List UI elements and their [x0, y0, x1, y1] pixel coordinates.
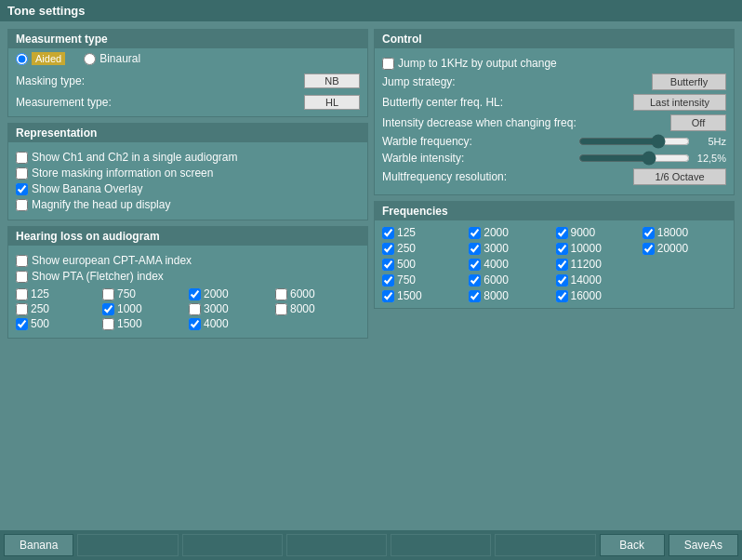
banana-button[interactable]: Banana — [4, 534, 73, 556]
freq-check-500[interactable] — [382, 259, 394, 271]
freq-check-125[interactable] — [382, 227, 394, 239]
freq-18000[interactable]: 18000 — [643, 226, 726, 239]
binaural-radio[interactable] — [84, 53, 96, 65]
saveas-button[interactable]: SaveAs — [669, 534, 738, 556]
freq-check-750[interactable] — [382, 274, 394, 287]
rep-label-2: Show Banana Overlay — [32, 182, 142, 195]
jump-strategy-value[interactable]: Butterfly — [652, 73, 726, 90]
freq-1500[interactable]: 1500 — [382, 289, 466, 302]
freq-500[interactable]: 500 — [382, 258, 466, 271]
hl-freq-250[interactable]: 250 — [16, 302, 100, 315]
freq-check-8000[interactable] — [469, 290, 481, 302]
hl-check-3000[interactable] — [189, 303, 201, 315]
hl-check-8000[interactable] — [275, 303, 287, 315]
hl-check-250[interactable] — [16, 303, 28, 315]
freq-check-9000[interactable] — [556, 227, 568, 239]
freq-10000[interactable]: 10000 — [556, 242, 640, 255]
hl-check-1500[interactable] — [102, 318, 114, 330]
hl-freq-4000[interactable]: 4000 — [189, 317, 273, 330]
freq-9000[interactable]: 9000 — [556, 226, 640, 239]
aided-label: Aided — [32, 52, 65, 65]
hl-freq-1000[interactable]: 1000 — [102, 302, 187, 315]
hl-freq-500[interactable]: 500 — [16, 317, 100, 330]
freq-check-18000[interactable] — [643, 227, 655, 239]
rep-check-1[interactable] — [16, 167, 28, 180]
rep-item-1[interactable]: Store masking information on screen — [16, 167, 360, 180]
warble-freq-slider[interactable] — [578, 136, 690, 147]
back-button[interactable]: Back — [600, 534, 665, 556]
jump-check[interactable] — [382, 58, 394, 70]
butterfly-value[interactable]: Last intensity — [633, 94, 726, 111]
multfreq-value[interactable]: 1/6 Octave — [633, 168, 726, 185]
masking-type-value[interactable]: NB — [304, 73, 360, 88]
freq-4000[interactable]: 4000 — [469, 258, 552, 271]
hl-freq-1500[interactable]: 1500 — [102, 317, 187, 330]
hl-freq-3000[interactable]: 3000 — [189, 302, 273, 315]
freq-250[interactable]: 250 — [382, 242, 466, 255]
freq-check-16000[interactable] — [556, 290, 568, 302]
spacer-4 — [391, 534, 491, 556]
hl-check-1000[interactable] — [102, 303, 114, 315]
hl-check-2000[interactable] — [189, 288, 201, 300]
freq-check-250[interactable] — [382, 243, 394, 255]
measurement-type-field-value[interactable]: HL — [304, 95, 360, 110]
hl-check-750[interactable] — [102, 288, 114, 300]
rep-label-0: Show Ch1 and Ch2 in a single audiogram — [32, 151, 237, 164]
freq-2000[interactable]: 2000 — [469, 226, 552, 239]
freq-8000[interactable]: 8000 — [469, 289, 552, 302]
show-european-row[interactable]: Show european CPT-AMA index — [16, 254, 360, 267]
freq-6000[interactable]: 6000 — [469, 273, 552, 287]
spacer-1 — [77, 534, 178, 556]
binaural-radio-label[interactable]: Binaural — [84, 52, 140, 65]
freq-11200[interactable]: 11200 — [556, 258, 640, 271]
aided-radio[interactable] — [16, 53, 28, 65]
frequencies-grid: 125 2000 9000 18000 250 3000 10000 20000… — [375, 220, 734, 308]
freq-check-14000[interactable] — [556, 274, 568, 287]
show-pta-row[interactable]: Show PTA (Fletcher) index — [16, 270, 360, 283]
rep-check-2[interactable] — [16, 183, 28, 195]
rep-item-3[interactable]: Magnify the head up display — [16, 198, 360, 211]
freq-16000[interactable]: 16000 — [556, 289, 640, 302]
freq-check-6000[interactable] — [469, 274, 481, 287]
hl-freq-2000[interactable]: 2000 — [189, 287, 273, 300]
show-european-check[interactable] — [16, 255, 28, 267]
freq-check-4000[interactable] — [469, 259, 481, 271]
aided-radio-label[interactable]: Aided — [16, 52, 65, 65]
freq-check-2000[interactable] — [469, 227, 481, 239]
control-body: Jump to 1KHz by output change Jump strat… — [375, 48, 734, 194]
freq-check-1500[interactable] — [382, 290, 394, 302]
butterfly-label: Butterfly center freq. HL: — [382, 96, 503, 109]
freq-20000[interactable]: 20000 — [643, 242, 726, 255]
freq-check-3000[interactable] — [469, 243, 481, 255]
intensity-value[interactable]: Off — [670, 114, 726, 131]
freq-3000[interactable]: 3000 — [469, 242, 552, 255]
intensity-label: Intensity decrease when changing freq: — [382, 116, 576, 129]
freq-14000[interactable]: 14000 — [556, 273, 640, 287]
hl-freq-6000[interactable]: 6000 — [275, 287, 360, 300]
hl-check-500[interactable] — [16, 318, 28, 330]
freq-check-10000[interactable] — [556, 243, 568, 255]
freq-750[interactable]: 750 — [382, 273, 466, 287]
hl-check-4000[interactable] — [189, 318, 201, 330]
warble-intensity-slider[interactable] — [578, 153, 690, 164]
jump-row[interactable]: Jump to 1KHz by output change — [382, 57, 726, 70]
freq-check-11200[interactable] — [556, 259, 568, 271]
hl-freq-125[interactable]: 125 — [16, 287, 100, 300]
show-pta-check[interactable] — [16, 271, 28, 283]
hl-check-125[interactable] — [16, 288, 28, 300]
right-panel: Control Jump to 1KHz by output change Ju… — [374, 29, 735, 523]
butterfly-row: Butterfly center freq. HL: Last intensit… — [382, 94, 726, 111]
hl-freq-750[interactable]: 750 — [102, 287, 187, 300]
frequencies-section: Frequencies 125 2000 9000 18000 250 3000… — [374, 201, 735, 309]
hl-freq-8000[interactable]: 8000 — [275, 302, 360, 315]
rep-item-2[interactable]: Show Banana Overlay — [16, 182, 360, 195]
freq-check-20000[interactable] — [643, 243, 655, 255]
show-european-label: Show european CPT-AMA index — [32, 254, 192, 267]
hl-check-6000[interactable] — [275, 288, 287, 300]
rep-check-0[interactable] — [16, 152, 28, 164]
freq-125[interactable]: 125 — [382, 226, 466, 239]
multfreq-row: Multfrequency resolution: 1/6 Octave — [382, 168, 726, 185]
rep-check-3[interactable] — [16, 199, 28, 211]
hearing-loss-header: Hearing loss on audiogram — [8, 227, 367, 246]
rep-item-0[interactable]: Show Ch1 and Ch2 in a single audiogram — [16, 151, 360, 164]
